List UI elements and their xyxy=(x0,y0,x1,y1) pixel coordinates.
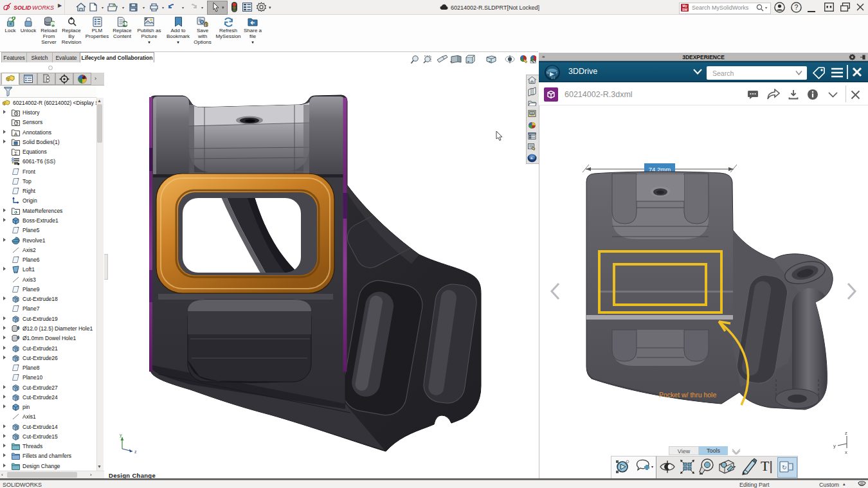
svg-text:x: x xyxy=(845,449,847,455)
svg-text:3.0: 3.0 xyxy=(551,77,556,80)
svg-text:?: ? xyxy=(795,3,799,11)
svg-text:z: z xyxy=(845,430,847,436)
svg-text:Pocket w/ thru hole: Pocket w/ thru hole xyxy=(659,391,716,399)
svg-text:y: y xyxy=(833,443,836,449)
svg-text:WORKS: WORKS xyxy=(32,5,54,11)
svg-text:↻: ↻ xyxy=(782,464,787,471)
svg-text:A: A xyxy=(14,131,17,136)
svg-text:Σ: Σ xyxy=(14,150,17,156)
svg-text:SOLID: SOLID xyxy=(14,5,32,11)
svg-text:N: N xyxy=(547,71,549,75)
